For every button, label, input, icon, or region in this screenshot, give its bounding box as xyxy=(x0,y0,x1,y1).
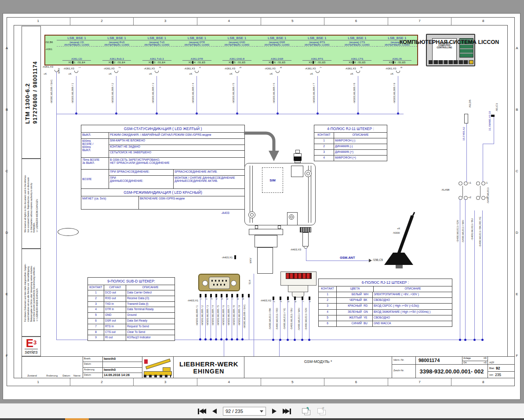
ruler-number: 7 xyxy=(388,17,451,25)
table-cell: БЕЛЫЙ xyxy=(336,292,363,297)
antenna-jack xyxy=(302,232,309,246)
terminal-label: -1 xyxy=(485,181,488,184)
antenna-jack-knurl xyxy=(300,227,311,232)
liccon-screen-line: CONTROLLING xyxy=(433,47,456,49)
table-cell: 2 xyxy=(319,298,336,303)
wire xyxy=(224,340,224,356)
row-letters-left: ABCDEF xyxy=(4,17,10,386)
socket-contact-icon xyxy=(276,71,280,73)
screw-icon xyxy=(290,216,293,218)
contact-number: 2 xyxy=(118,67,121,68)
screw-icon xyxy=(306,172,310,175)
sim-insert-arrow-icon xyxy=(240,128,291,164)
table-cell: ДИНАМИК (-) xyxy=(334,144,387,149)
pin-mark xyxy=(215,294,217,297)
table-cell: ВОЗЛЕ xyxy=(81,170,109,188)
band-cross-reference: /32,B6 xyxy=(45,41,53,43)
revision-column-header: Zustand xyxy=(22,357,42,378)
author-row: Datum 14.09.2016 14:26 xyxy=(83,373,142,378)
wire-drop: -A361,X3 3 +K -W300,WL008 / 3 xyxy=(136,65,177,115)
wire-label: 31.XM400.X6:10 xyxy=(488,111,491,131)
author-row: Änderung lweeih0 xyxy=(83,367,142,373)
column-header: ЦВЕТА xyxy=(336,286,373,292)
page-number-combo[interactable]: 92 / 235 xyxy=(223,407,266,416)
a361-wire-drops: -A361,X3 1 +K -W300,WL008 / 1 -A361,X3 2… xyxy=(56,65,418,115)
row-letter: E xyxy=(4,263,10,325)
column-header: ОПИСАНИЕ xyxy=(373,286,452,292)
table-cell: SPRACHСОЕДИНЕНИЕ АКТИВ. xyxy=(173,170,244,175)
wire xyxy=(216,297,216,340)
table-cell: Ground xyxy=(126,313,175,318)
location-label: +K xyxy=(44,72,47,75)
table-cell: КОЛЬЦО Indicator xyxy=(126,335,175,340)
cross-reference: /31,E5 xyxy=(398,61,405,64)
next-page-button[interactable] xyxy=(272,409,277,414)
table-row: 9 RI out КОЛЬЦО Indicator xyxy=(88,335,175,340)
modem-signal: (модем) RxD xyxy=(97,40,137,43)
pdf-viewer-screen: 12345678 12345678 ABCDEF ABCDEF LTM 1300… xyxy=(0,0,524,420)
rj12-contacts xyxy=(286,273,312,279)
table-cell: ПРИ SPRACHСОЕДИНЕНИЕ: xyxy=(109,170,173,175)
table-cell: CTS out xyxy=(104,330,126,335)
junction-dot xyxy=(464,339,466,341)
table-row: 3 КРАСНЫЙ RD ВХОД СБРОС ( High >+5V (>3,… xyxy=(319,303,452,309)
taskbar-active-app[interactable] xyxy=(65,418,89,420)
contact-number: 7 xyxy=(320,67,322,68)
cross-reference: /31,E5 xyxy=(238,61,245,64)
junction-dot xyxy=(481,339,484,341)
table-cell: Request To Send xyxy=(126,324,175,329)
row-letter: C xyxy=(4,140,10,202)
last-page-button[interactable] xyxy=(283,409,291,414)
socket-contact-icon xyxy=(235,71,239,73)
table-cell: МОНТАЖ / СНЯТИЕ ДАННЫЕСОЕДИНЕНИЕ ДАННЫЕС… xyxy=(173,176,244,188)
ruler-top: 12345678 xyxy=(7,17,515,25)
previous-view-button[interactable]: ↰ xyxy=(302,408,311,415)
connector-label: -A361,X3 xyxy=(184,67,195,70)
ruler-number: 1 xyxy=(7,378,70,386)
wire xyxy=(116,76,116,114)
pin-row: X38/31,E5 xyxy=(337,61,377,65)
net-name: A361,RxD,3 xyxy=(102,58,131,61)
interface-label: ИНТЕРФЕЙС COM3 xyxy=(297,43,337,47)
pin-row: X34/31,E5 xyxy=(177,61,217,65)
terminal-contact xyxy=(464,181,468,185)
next-view-button[interactable]: ↱ xyxy=(317,408,326,415)
previous-page-button[interactable] xyxy=(212,409,217,414)
connector-label: -A361,X3 xyxy=(144,67,155,70)
table-cell: 9 xyxy=(88,335,104,340)
net-name: A361,CTS xyxy=(343,58,372,61)
contact-number: 3 xyxy=(159,67,161,68)
pin-mark xyxy=(280,297,281,300)
mounting-hole xyxy=(231,280,237,286)
lsb-channel: LSB_BSE 1 (модем) DSR ИНТЕРФЕЙС COM3 A36… xyxy=(257,36,297,65)
terminal-label: +1 xyxy=(468,181,471,184)
row-letter: A xyxy=(514,17,520,79)
modem-signal: (модем) CTS xyxy=(337,40,377,43)
copyright-notice-en: We reserve all rights in this document a… xyxy=(24,175,39,232)
title-block: ZustandÄnderungDatumName Bearb. lweeih0 … xyxy=(22,356,515,378)
pin-row: X32/31,E4 xyxy=(97,61,137,65)
wire-label: -S400,WL013 / WH xyxy=(298,308,300,331)
taskbar-segment xyxy=(89,418,203,420)
wire xyxy=(211,297,211,340)
wire-label: -W300,WL008 / 5 xyxy=(217,305,219,326)
wire-label: -W300,WL008 / 3 xyxy=(152,83,154,104)
table-cell: Data Terminal Ready xyxy=(126,307,175,312)
terminal-body xyxy=(462,186,463,197)
column-header: КОНТАКТ xyxy=(88,285,104,290)
ruler-number: 4 xyxy=(197,17,261,25)
row-letter: E xyxy=(514,263,520,325)
cross-reference: /31,E5 xyxy=(278,61,285,64)
wire-label: -W300,WL008 / 5 xyxy=(232,83,235,104)
mounting-hole xyxy=(202,280,208,286)
band-device-name: -A361 xyxy=(45,48,52,51)
table-cell: МИГАЕТ (ca. 5x/s) xyxy=(81,196,138,209)
ruler-number: 7 xyxy=(388,378,451,386)
pin-mark xyxy=(294,297,296,300)
table-title: 4-ПОЛЮС RJ-11 ШТЕКЕР : xyxy=(314,125,387,132)
first-page-button[interactable] xyxy=(198,409,206,414)
bus-name: LSB_BSE 1 xyxy=(337,36,377,40)
wire xyxy=(254,274,254,356)
terminal-contact xyxy=(481,181,485,185)
table-cell: 3 xyxy=(88,302,104,307)
